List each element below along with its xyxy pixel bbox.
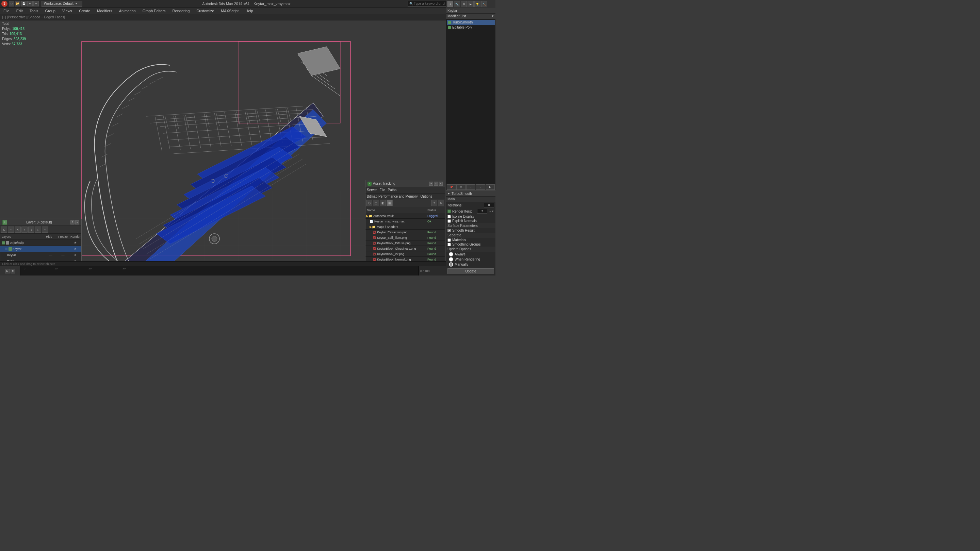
layer-move2-btn[interactable]: ↓ <box>28 227 34 233</box>
at-menu-paths[interactable]: Paths <box>388 188 397 192</box>
always-radio[interactable] <box>449 252 453 256</box>
at-btn-4[interactable]: ▦ <box>387 200 393 206</box>
layer-move-btn[interactable]: ↑ <box>21 227 27 233</box>
workspace-selector[interactable]: Workspace: Default ▼ <box>41 1 82 7</box>
materials-checkbox[interactable] <box>447 238 451 242</box>
at-btn-1[interactable]: ⬡ <box>366 200 372 206</box>
menu-help[interactable]: Help <box>244 8 255 14</box>
layer-hide-keytar: — <box>45 246 57 252</box>
panel-create-btn[interactable]: ✦ <box>447 1 453 7</box>
at-restore-button[interactable]: □ <box>434 182 438 186</box>
render-iters-spin[interactable]: ▲▼ <box>488 210 494 213</box>
asset-tracking-titlebar: A Asset Tracking − □ × <box>366 180 445 187</box>
menu-views[interactable]: Views <box>61 8 73 14</box>
at-menu-server[interactable]: Server <box>367 188 377 192</box>
at-status-diffuse: Found <box>426 240 445 246</box>
when-rendering-radio[interactable] <box>449 257 453 262</box>
render-iters-checkbox[interactable] <box>447 210 451 213</box>
iterations-input[interactable] <box>484 203 494 208</box>
at-row-diffuse[interactable]: 🖼 KeytarBlack_Diffuse.png Found <box>366 240 445 246</box>
isoline-checkbox[interactable] <box>447 215 451 218</box>
at-row-maxfile[interactable]: 📄 Keytar_max_vray.max Ok <box>366 219 445 224</box>
explicit-normals-checkbox[interactable] <box>447 219 451 223</box>
layer-misc-btn[interactable]: ≡ <box>42 227 48 233</box>
smooth-result-checkbox[interactable] <box>447 229 451 232</box>
open-button[interactable]: 📂 <box>15 1 21 6</box>
menu-maxscript[interactable]: MAXScript <box>220 8 240 14</box>
at-minimize-button[interactable]: − <box>429 182 433 186</box>
at-close-button[interactable]: × <box>439 182 443 186</box>
mod-move-up-button[interactable]: ↑ <box>466 184 476 190</box>
menu-edit[interactable]: Edit <box>15 8 24 14</box>
save-button[interactable]: 💾 <box>21 1 27 6</box>
timeline-cursor[interactable] <box>24 266 24 276</box>
menu-tools[interactable]: Tools <box>28 8 40 14</box>
layer-default-icon <box>2 241 5 245</box>
modifier-name-turbosmooth: TurboSmooth <box>452 21 473 24</box>
timeline-play-button[interactable]: ▶ <box>5 269 10 273</box>
at-menu-options[interactable]: Options <box>421 195 432 198</box>
timeline-stop-button[interactable]: ■ <box>11 269 15 273</box>
menu-create[interactable]: Create <box>78 8 92 14</box>
layer-icon-btn[interactable]: L <box>1 227 7 233</box>
layer-keytar-icon <box>5 247 8 251</box>
at-img-icon-3: 🖼 <box>373 241 376 245</box>
modifier-editable-poly[interactable]: Editable Poly <box>447 25 495 30</box>
smoothing-groups-label: Smoothing Groups <box>452 243 480 246</box>
mod-copy-button[interactable]: ▶ <box>485 184 495 190</box>
manually-radio[interactable] <box>449 262 453 267</box>
undo-button[interactable]: ↩ <box>27 1 33 6</box>
layer-row-keytar[interactable]: Keytar — — ☀ <box>0 246 81 252</box>
pin-button[interactable]: 📌 <box>447 184 456 190</box>
at-name-vault: ▶ 📁 Autodesk Vault <box>366 213 426 218</box>
menu-customize[interactable]: Customize <box>195 8 215 14</box>
mod-move-down-button[interactable]: ↓ <box>476 184 485 190</box>
manually-label: Manually <box>455 263 468 266</box>
toolbar-icons: □ 📂 💾 ↩ ↪ <box>9 1 39 6</box>
at-help-btn[interactable]: ? <box>431 200 437 206</box>
mod-delete-button[interactable]: ✕ <box>456 184 466 190</box>
at-btn-3[interactable]: ◧ <box>380 200 386 206</box>
menu-file[interactable]: File <box>2 8 11 14</box>
at-row-ior[interactable]: 🖼 KeytarBlack_ior.png Found <box>366 251 445 257</box>
panel-motion-btn[interactable]: ▶ <box>468 1 474 7</box>
layer-select-btn[interactable]: ◻ <box>35 227 41 233</box>
at-refresh-btn[interactable]: ↻ <box>438 200 444 206</box>
menu-rendering[interactable]: Rendering <box>171 8 191 14</box>
panel-display-btn[interactable]: 💡 <box>474 1 480 7</box>
at-row-glossiness[interactable]: 🖼 KeytarBlack_Glossiness.png Found <box>366 246 445 251</box>
panel-modify-btn[interactable]: 🔧 <box>454 1 460 7</box>
at-row-maps[interactable]: ▶ 📁 Maps / Shaders <box>366 224 445 230</box>
menu-group[interactable]: Group <box>43 8 57 14</box>
when-rendering-label: When Rendering <box>455 257 480 261</box>
menu-animation[interactable]: Animation <box>118 8 137 14</box>
panel-hierarchy-btn[interactable]: ⚙ <box>461 1 467 7</box>
menu-modifiers[interactable]: Modifiers <box>95 8 114 14</box>
layer-add-btn[interactable]: + <box>8 227 14 233</box>
turbosmooth-collapse-icon[interactable]: ▼ <box>447 192 450 195</box>
new-button[interactable]: □ <box>9 1 14 6</box>
viewport-label-bar: [+] [Perspective] [Shaded + Edged Faces] <box>0 14 495 21</box>
menu-graph-editors[interactable]: Graph Editors <box>141 8 167 14</box>
at-row-vault[interactable]: ▶ 📁 Autodesk Vault Logged <box>366 213 445 219</box>
update-button[interactable]: Update <box>447 268 494 274</box>
at-row-illum[interactable]: 🖼 Keytar_Self_Illum.png Found <box>366 235 445 240</box>
at-menu-bitmap[interactable]: Bitmap Performance and Memory <box>367 195 418 198</box>
at-row-refraction[interactable]: 🖼 Keytar_Refraction.png Found <box>366 230 445 235</box>
layer-delete-btn[interactable]: ✕ <box>14 227 21 233</box>
modifier-turbosmooth[interactable]: TurboSmooth <box>447 20 495 25</box>
at-status-illum: Found <box>426 235 445 240</box>
layer-help-button[interactable]: ? <box>70 221 75 224</box>
at-btn-2[interactable]: ◫ <box>373 200 379 206</box>
smooth-result-row: Smooth Result <box>446 228 495 233</box>
smoothing-groups-checkbox[interactable] <box>447 243 451 246</box>
redo-button[interactable]: ↪ <box>33 1 39 6</box>
panel-utilities-btn[interactable]: 🔨 <box>481 1 487 7</box>
timeline-track[interactable]: 0 10 20 30 <box>21 266 418 276</box>
render-iters-input[interactable] <box>477 209 487 214</box>
layer-close-button[interactable]: × <box>75 221 79 224</box>
at-menu-file[interactable]: File <box>379 188 385 192</box>
layer-row-default[interactable]: 0 (default) — — ☀ <box>0 240 81 246</box>
layer-row-keytar-child1[interactable]: Keytar — — ☀ <box>0 252 81 258</box>
modifier-dropdown-icon[interactable]: ▼ <box>492 14 494 18</box>
